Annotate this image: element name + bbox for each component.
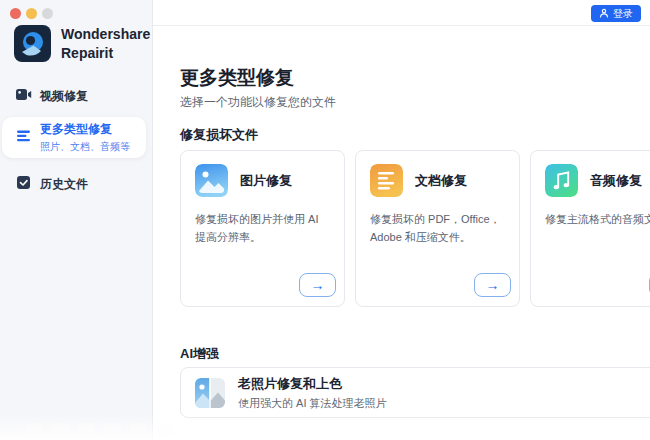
person-icon xyxy=(599,8,609,20)
repairit-window: Wondershare Repairit 视频修复 xyxy=(0,0,650,440)
card-title: 文档修复 xyxy=(415,172,467,190)
music-note-icon xyxy=(545,164,578,197)
page-subtitle: 选择一个功能以修复您的文件 xyxy=(180,94,336,111)
page-title: 更多类型修复 xyxy=(180,65,294,91)
header-bar: 登录 xyxy=(153,0,650,26)
image-icon xyxy=(195,164,228,197)
card-description: 使用强大的 AI 算法处理老照片 xyxy=(238,396,387,411)
list-icon xyxy=(15,127,32,148)
sidebar-item-label: 视频修复 xyxy=(40,88,88,105)
sidebar-item-label: 更多类型修复 xyxy=(40,121,130,138)
arrow-button[interactable]: → xyxy=(474,273,511,297)
repairit-logo-icon xyxy=(14,25,51,62)
card-image-repair[interactable]: 图片修复 修复损坏的图片并使用 AI 提高分辨率。 → xyxy=(180,150,345,307)
card-description: 修复损坏的 PDF，Office，Adobe 和压缩文件。 xyxy=(370,210,505,246)
sidebar: Wondershare Repairit 视频修复 xyxy=(0,0,153,440)
sidebar-item-more-types-repair[interactable]: 更多类型修复 照片、文档、音频等 xyxy=(2,117,146,158)
card-document-repair[interactable]: 文档修复 修复损坏的 PDF，Office，Adobe 和压缩文件。 → xyxy=(355,150,520,307)
login-button-label: 登录 xyxy=(613,7,633,21)
faded-dock-ghost xyxy=(26,423,173,437)
old-photo-icon xyxy=(195,378,225,408)
brand: Wondershare Repairit xyxy=(14,25,150,63)
repair-cards-row: 图片修复 修复损坏的图片并使用 AI 提高分辨率。 → xyxy=(180,150,650,307)
card-title: 音频修复 xyxy=(590,172,642,190)
history-file-icon xyxy=(15,174,32,195)
brand-name: Wondershare Repairit xyxy=(61,25,150,63)
sidebar-item-sublabel: 照片、文档、音频等 xyxy=(40,140,130,154)
section-heading-repair-corrupt-files: 修复损坏文件 xyxy=(180,126,258,144)
traffic-light-minimize-button[interactable] xyxy=(26,8,37,19)
card-description: 修复损坏的图片并使用 AI 提高分辨率。 xyxy=(195,210,330,246)
arrow-button[interactable]: → xyxy=(299,273,336,297)
card-title: 图片修复 xyxy=(240,172,292,190)
login-button[interactable]: 登录 xyxy=(591,5,641,22)
card-old-photo-restore[interactable]: 老照片修复和上色 使用强大的 AI 算法处理老照片 xyxy=(180,367,650,418)
card-title: 老照片修复和上色 xyxy=(238,375,387,393)
sidebar-item-label: 历史文件 xyxy=(40,176,88,193)
traffic-light-close-button[interactable] xyxy=(10,8,21,19)
section-heading-ai-enhance: AI增强 xyxy=(180,345,219,363)
card-description: 修复主流格式的音频文件。 xyxy=(545,210,650,228)
card-audio-repair[interactable]: 音频修复 修复主流格式的音频文件。 → xyxy=(530,150,650,307)
sidebar-item-video-repair[interactable]: 视频修复 xyxy=(0,84,153,108)
traffic-light-zoom-button[interactable] xyxy=(42,8,53,19)
video-camera-icon xyxy=(15,86,32,107)
sidebar-item-history-files[interactable]: 历史文件 xyxy=(0,172,153,196)
document-icon xyxy=(370,164,403,197)
